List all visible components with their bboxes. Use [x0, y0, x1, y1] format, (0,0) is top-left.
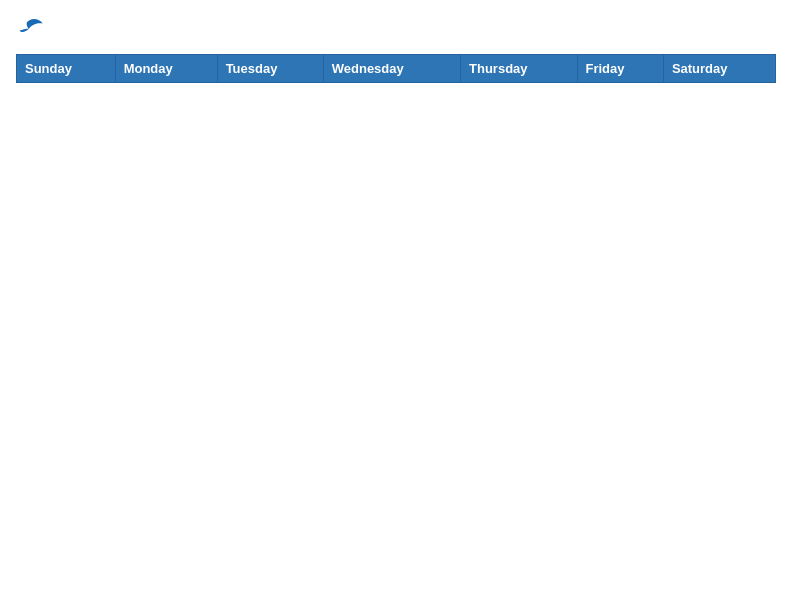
weekday-header-friday: Friday [577, 55, 663, 83]
page-header [16, 16, 776, 42]
weekday-header-tuesday: Tuesday [217, 55, 323, 83]
weekday-header-thursday: Thursday [461, 55, 577, 83]
weekday-header-wednesday: Wednesday [323, 55, 460, 83]
calendar-header-row: SundayMondayTuesdayWednesdayThursdayFrid… [17, 55, 776, 83]
logo-bird-icon [16, 16, 44, 38]
weekday-header-saturday: Saturday [663, 55, 775, 83]
logo [16, 16, 48, 42]
weekday-header-monday: Monday [115, 55, 217, 83]
calendar-table: SundayMondayTuesdayWednesdayThursdayFrid… [16, 54, 776, 83]
weekday-header-sunday: Sunday [17, 55, 116, 83]
